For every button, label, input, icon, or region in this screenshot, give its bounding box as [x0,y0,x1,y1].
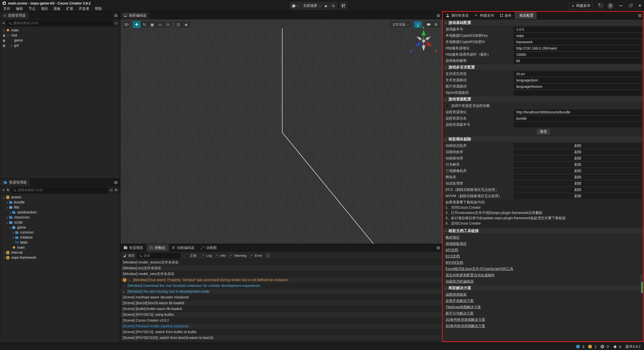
pivot-button[interactable]: ⊡ [175,21,182,28]
console-tab[interactable]: 动画编辑器 [169,244,198,251]
panel-menu-icon[interactable] [437,14,440,17]
field-input[interactable] [514,27,642,32]
tree-node[interactable]: oops-framework [0,255,120,260]
expand-chevron-icon[interactable] [5,206,9,208]
doc-link[interactable]: MVVM文档 [443,259,644,266]
doc-link[interactable]: 游戏模板项目 [443,241,644,247]
tree-node[interactable]: internal [0,250,120,255]
maximize-button[interactable] [629,5,632,7]
log-filter-checkbox[interactable]: Info [215,254,226,257]
expand-chevron-icon[interactable] [2,251,6,254]
save-button[interactable]: 保存 [537,129,550,135]
tab-hierarchy[interactable]: 层级管理器 [0,12,29,19]
log-row[interactable]: ! [Scene] Cocos Creator v3.8.2 [120,318,442,323]
scale-tool-button[interactable]: ▣ [148,21,156,28]
panel-menu-icon[interactable] [437,246,440,249]
lighting-toggle-button[interactable] [414,21,422,28]
console-tab[interactable]: 资源预览 [120,244,146,251]
expand-chevron-icon[interactable] [11,231,15,234]
info-count-icon[interactable]: i [576,345,580,348]
regex-checkbox[interactable]: 正则 [185,253,196,258]
log-row[interactable]: ! [Window] ecs文件夹存在 [120,266,442,271]
tree-node[interactable]: seedrandom [0,210,120,215]
log-row[interactable]: ! [Scene] [PHYSICS2D]: switch from box2d… [120,335,442,341]
minimize-button[interactable] [619,6,623,6]
clear-console-button[interactable]: 清空 [123,253,135,258]
device-preview-button[interactable] [340,2,347,10]
tree-node[interactable]: game [0,38,120,43]
log-row[interactable]: ! [Window] You are running Vue in develo… [120,289,442,294]
tree-node[interactable]: script [0,220,120,225]
tree-node[interactable]: assets [0,195,120,200]
expand-chevron-icon[interactable] [5,216,9,218]
tree-node[interactable]: root [0,33,120,38]
scene-select[interactable]: 当前场景 [303,4,317,8]
tree-node[interactable]: main [0,245,120,250]
menu-item[interactable]: 帮助 [92,7,105,11]
assets-search[interactable] [11,187,108,193]
log-row[interactable]: ! [Window] render_texture文件夹存在 [120,260,442,266]
play-button[interactable]: ▶ [325,4,328,8]
expand-chevron-icon[interactable] [123,289,125,293]
scene-viewport[interactable]: 3D ✚ ↻ ▣ ▭ Ü ⊡ ◈ 正常渲染 [120,19,442,244]
lock-icon[interactable] [2,38,6,42]
inspector-tab[interactable]: 属性检查器 [443,12,472,19]
console-tab[interactable]: 控制台 [146,244,169,251]
render-mode-select[interactable]: 正常渲染 [390,21,412,28]
log-row[interactable]: ! [Window] Download the Vue Devtools ext… [120,283,442,289]
refresh-icon[interactable]: ↻ [114,188,118,192]
help-button[interactable]: ? [608,3,613,9]
menu-item[interactable]: 编辑 [13,7,26,11]
doc-link[interactable]: ECS文档 [443,253,644,259]
log-filter-checkbox[interactable]: Error [250,254,262,257]
expand-chevron-icon[interactable] [2,29,6,31]
field-input[interactable] [514,58,642,63]
log-row[interactable]: ! [Scene] [PHYSICS]: using builtin. [120,312,442,318]
doc-link[interactable]: 教程项目 [443,234,644,241]
expand-chevron-icon[interactable] [123,284,125,288]
solution-link[interactable]: 全栈开发解决方案 [443,298,644,304]
log-file-icon[interactable] [267,254,270,257]
tree-node[interactable]: game [0,225,120,230]
remove-module-button[interactable]: 剔除 [514,162,642,167]
console-search[interactable] [137,253,180,258]
menu-item[interactable]: 文件 [1,7,13,11]
doc-link[interactable]: 动画状态机编辑器 [443,278,644,285]
chevron-down-icon[interactable] [319,4,321,6]
menu-item[interactable]: 面板 [51,7,63,11]
log-row[interactable]: ! [Scene] [box2d]:box2d wasm lib loaded. [120,300,442,306]
expand-chevron-icon[interactable] [2,256,6,259]
field-input[interactable] [514,33,642,38]
rect-tool-button[interactable]: ▭ [156,21,164,28]
section-modules[interactable]: 框架模块剔除 [443,136,644,143]
field-input[interactable] [514,39,642,45]
field-input[interactable] [514,52,642,57]
log-row[interactable]: ! [Window] model_view文件夹存在 [120,271,442,277]
rotate-tool-button[interactable]: ↻ [141,21,148,28]
remove-module-button[interactable]: 剔除 [514,156,642,161]
mode-3d-button[interactable]: 3D [123,21,130,28]
field-input[interactable] [514,46,642,51]
remove-module-button[interactable]: 剔除 [514,175,642,180]
sort-icon[interactable]: ⇅ [7,188,9,192]
camera-button[interactable] [424,21,432,28]
log-row[interactable]: ! [Scene] [PHYSICS]: switch from builtin… [120,329,442,335]
section-i18n[interactable]: 游戏多语言配置 [443,64,644,71]
panel-menu-icon[interactable] [638,14,641,17]
section-resources[interactable]: 游戏资源配置 [443,96,644,103]
scene-settings-button[interactable]: ⚙ [432,21,440,28]
console-tab[interactable]: 动画图 [198,244,220,251]
reload-button[interactable]: ↻ [332,4,335,8]
inspector-tab[interactable]: 构建发布 [472,12,497,19]
remove-module-button[interactable]: 剔除 [514,187,642,192]
doc-link[interactable]: 原生包热更新配置自动生成插件 [443,272,644,278]
open-project-folder-button[interactable] [597,3,604,9]
assets-search-input[interactable] [17,188,106,192]
remove-module-button[interactable]: 剔除 [514,150,642,155]
hierarchy-search[interactable] [7,20,113,26]
panel-menu-icon[interactable] [114,14,117,17]
field-input[interactable] [514,90,642,95]
add-node-button[interactable]: + [2,21,5,25]
solution-link[interactable]: 新手引导解决方案 [443,310,644,317]
expand-chevron-icon[interactable] [128,278,131,282]
